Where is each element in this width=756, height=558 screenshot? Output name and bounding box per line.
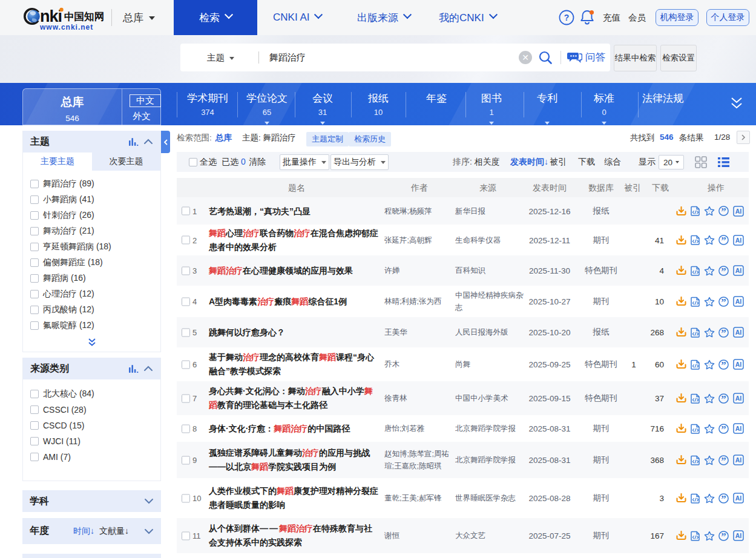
svg-text:www.cnki.net: www.cnki.net bbox=[39, 23, 93, 31]
svg-text:?: ? bbox=[564, 13, 570, 22]
svg-text:中国知网: 中国知网 bbox=[64, 11, 104, 22]
